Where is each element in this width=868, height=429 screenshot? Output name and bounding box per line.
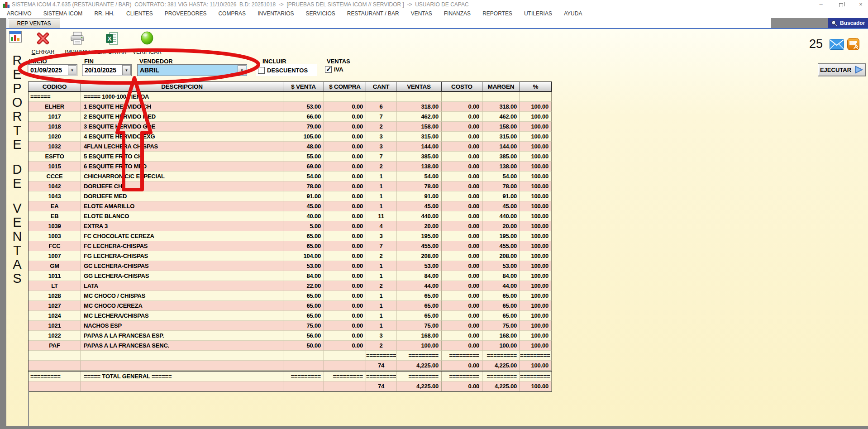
vertical-title-letter: V [13, 201, 21, 215]
table-cell: 100.00 [520, 251, 552, 261]
table-cell: 0.00 [442, 331, 482, 341]
table-cell: 1 [366, 291, 396, 301]
table-cell [396, 92, 442, 102]
menu-item-ventas[interactable]: VENTAS [411, 10, 432, 17]
menu-item-finanzas[interactable]: FINANZAS [444, 10, 471, 17]
table-row[interactable]: 1027MC CHOCO /CEREZA65.000.00165.000.006… [29, 301, 552, 311]
fin-dropdown-arrow-icon[interactable]: ▼ [122, 65, 131, 75]
table-row[interactable]: 1011GG LECHERA-CHISPAS84.000.00184.000.0… [29, 271, 552, 281]
column-header-%[interactable]: % [520, 82, 552, 92]
column-header-costo[interactable]: COSTO [442, 82, 482, 92]
exportar-button[interactable]: X EXPORTAR [97, 32, 127, 55]
table-row[interactable]: ========================================… [29, 351, 552, 361]
column-header-ventas[interactable]: VENTAS [396, 82, 442, 92]
menu-item-utilerias[interactable]: UTILERIAS [524, 10, 552, 17]
table-cell: 0.00 [324, 301, 366, 311]
menu-item-clientes[interactable]: CLIENTES [126, 10, 153, 17]
table-row[interactable]: LTLATA22.000.00244.000.0044.00100.00 [29, 281, 552, 291]
table-row[interactable]: CCCECHICHARRON C/C ESPECIAL54.000.00154.… [29, 172, 552, 181]
table-row[interactable]: 10204 ESQUITE HERVIDO EXG105.000.003315.… [29, 132, 552, 142]
table-row[interactable]: =========== 1000-100 TIENDA [29, 92, 552, 102]
report-chart-icon[interactable] [9, 31, 22, 44]
iva-checkbox[interactable] [325, 66, 332, 73]
table-cell [81, 361, 283, 371]
table-row[interactable]: GMGC LECHERA-CHISPAS53.000.00153.000.005… [29, 261, 552, 271]
fin-date-combo[interactable]: 20/10/2025 ▼ [82, 64, 132, 76]
menu-item-servicios[interactable]: SERVICIOS [306, 10, 335, 17]
table-cell: ========= [396, 372, 442, 381]
menu-item-archivo[interactable]: ARCHIVO [7, 10, 32, 17]
table-row[interactable]: 10324FLAN LECHERA CHISPAS48.000.003144.0… [29, 142, 552, 152]
table-row[interactable]: 10172 ESQUITE HERVIDO MED66.000.007462.0… [29, 112, 552, 122]
minimize-button[interactable]: – [817, 1, 825, 8]
table-cell [520, 92, 552, 102]
table-cell: 0.00 [442, 191, 482, 201]
magnifier-icon [831, 20, 838, 27]
table-row[interactable]: 1022PAPAS A LA FRANCESA ESP.56.000.00316… [29, 331, 552, 341]
menu-item-restaurant-bar[interactable]: RESTAURANT / BAR [347, 10, 399, 17]
menu-item-rr-hh[interactable]: RR. HH. [94, 10, 114, 17]
column-header-margen[interactable]: MARGEN [482, 82, 520, 92]
menu-item-reportes[interactable]: REPORTES [482, 10, 512, 17]
vendedor-dropdown-arrow-icon[interactable]: ▼ [238, 65, 246, 75]
inicio-dropdown-arrow-icon[interactable]: ▼ [68, 65, 76, 75]
table-row[interactable]: 1042DORIJEFE CH78.000.00178.000.0078.001… [29, 181, 552, 191]
table-row[interactable]: EAELOTE AMARILLO45.000.00145.000.0045.00… [29, 201, 552, 211]
table-row[interactable]: ELHER1 ESQUITE HERVIDO CH53.000.006318.0… [29, 102, 552, 112]
table-cell: 2 [366, 251, 396, 261]
table-row[interactable]: 1021NACHOS ESP75.000.00175.000.0075.0010… [29, 321, 552, 331]
table-row[interactable]: FCCFC LECHERA-CHISPAS65.000.007455.000.0… [29, 241, 552, 251]
column-header-codigo[interactable]: CODIGO [29, 82, 81, 92]
buscador-button[interactable]: Buscador [828, 18, 868, 28]
column-header-venta[interactable]: $ VENTA [283, 82, 324, 92]
table-cell: LATA [81, 281, 283, 291]
column-header-descripcion[interactable]: DESCRIPCION [81, 82, 283, 92]
table-cell: 65.00 [482, 311, 520, 321]
table-cell: 69.00 [283, 162, 324, 172]
app-icon [3, 2, 10, 8]
table-cell: 105.00 [283, 132, 324, 142]
restore-button[interactable] [837, 1, 844, 8]
menu-item-sistema-icom[interactable]: SISTEMA ICOM [43, 10, 83, 17]
table-row[interactable]: 1043DORIJEFE MED91.000.00191.000.0091.00… [29, 191, 552, 201]
table-cell: 54.00 [283, 172, 324, 181]
table-cell: 0.00 [442, 291, 482, 301]
inicio-date-combo[interactable]: 01/09/2025 ▼ [28, 64, 77, 76]
table-cell: 7 [366, 112, 396, 122]
vendedor-combo[interactable]: ABRIL ▼ [137, 64, 247, 76]
table-cell: EXTRA 3 [81, 221, 283, 231]
window-frame-bottom [0, 426, 868, 429]
table-row[interactable]: 1024MC LECHERA/CHISPAS65.000.00165.000.0… [29, 311, 552, 321]
table-row[interactable]: 10183 ESQUITE HERVIDO GDE79.000.002158.0… [29, 122, 552, 132]
table-row[interactable]: 1039EXTRA 35.000.00420.000.0020.00100.00 [29, 221, 552, 231]
menu-item-ayuda[interactable]: AYUDA [564, 10, 582, 17]
table-row[interactable]: 1028MC CHOCO / CHISPAS65.000.00165.000.0… [29, 291, 552, 301]
table-cell: 100.00 [396, 341, 442, 351]
presenter-icon[interactable] [847, 38, 859, 52]
menu-item-compras[interactable]: COMPRAS [218, 10, 246, 17]
tab-rep-ventas[interactable]: REP VENTAS [8, 19, 60, 28]
table-cell: 45.00 [396, 201, 442, 211]
close-button[interactable]: × [857, 1, 864, 8]
ejecutar-button[interactable]: EJECUTAR [818, 63, 866, 76]
table-row[interactable]: PAFPAPAS A LA FRANCESA SENC.50.000.00210… [29, 341, 552, 351]
cerrar-button[interactable]: CERRAR [30, 32, 56, 55]
imprimir-button[interactable]: IMPRIMIR [62, 32, 93, 55]
mail-icon[interactable] [830, 39, 844, 52]
table-row[interactable]: ============== TOTAL GENERAL ===========… [29, 371, 552, 381]
table-cell: GC LECHERA-CHISPAS [81, 261, 283, 271]
menu-item-inventarios[interactable]: INVENTARIOS [258, 10, 294, 17]
table-row[interactable]: 1007FG LECHERA-CHISPAS104.000.002208.000… [29, 251, 552, 261]
table-row[interactable]: EBELOTE BLANCO40.000.0011440.000.00440.0… [29, 211, 552, 221]
descuentos-checkbox[interactable] [258, 67, 265, 74]
column-header-compra[interactable]: $ COMPRA [324, 82, 366, 92]
table-row[interactable]: 1003FC CHOCOLATE CEREZA65.000.003195.000… [29, 231, 552, 241]
table-row[interactable]: 10156 ESQUITE FRITO MED69.000.002138.000… [29, 162, 552, 172]
table-row[interactable]: 744,225.000.004,225.00100.00 [29, 381, 552, 391]
column-header-cant[interactable]: CANT [366, 82, 396, 92]
table-row[interactable]: 744,225.000.004,225.00100.00 [29, 361, 552, 371]
table-cell: 3 [366, 331, 396, 341]
menu-item-proveedores[interactable]: PROVEEDORES [165, 10, 207, 17]
verificar-button[interactable]: VERIFICAR [132, 31, 162, 55]
table-row[interactable]: ESFTO5 ESQUITE FRITO CH55.000.007385.000… [29, 152, 552, 162]
